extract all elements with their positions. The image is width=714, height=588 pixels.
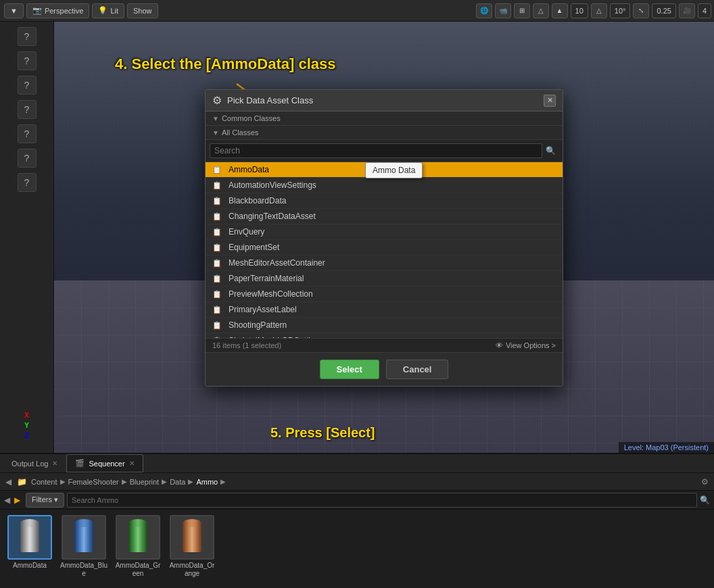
class-icon-0: 📋 xyxy=(212,166,223,174)
class-item-previewmeshcollection[interactable]: 📋 PreviewMeshCollection xyxy=(206,287,563,302)
class-item-shootingpattern[interactable]: 📋 ShootingPattern xyxy=(206,318,563,333)
filters-button[interactable]: Filters ▾ xyxy=(26,493,64,508)
breadcrumb-blueprint[interactable]: Blueprint xyxy=(130,478,159,486)
class-name-8: PreviewMeshCollection xyxy=(229,289,313,299)
asset-search-input[interactable] xyxy=(67,493,697,508)
class-item-changingtextdataasset[interactable]: 📋 ChangingTextDataAsset xyxy=(206,209,563,224)
asset-search-icon[interactable]: 🔍 xyxy=(700,495,710,505)
breadcrumb-content[interactable]: Content xyxy=(31,478,57,486)
dialog-actions: Select Cancel xyxy=(206,352,563,386)
breadcrumb-sep-3: ▶ xyxy=(162,478,167,485)
breadcrumb-ammo[interactable]: Ammo xyxy=(196,478,218,486)
sequencer-close-icon[interactable]: ✕ xyxy=(129,460,135,467)
sidebar-icon-1[interactable]: ? xyxy=(18,27,37,46)
dialog-close-button[interactable]: ✕ xyxy=(544,95,556,107)
sequencer-tab[interactable]: 🎬 Sequencer ✕ xyxy=(66,454,143,472)
scale-display: 0.25 xyxy=(652,3,675,18)
angle-icon-btn[interactable]: △ xyxy=(591,3,607,18)
view-options-icon: 👁 xyxy=(496,341,503,349)
select-button[interactable]: Select xyxy=(320,360,379,379)
toolbar-dropdown-btn[interactable]: ▼ xyxy=(4,3,24,18)
filter-forward-arrow: ▶ xyxy=(14,495,20,505)
asset-label-ammo-orange: AmmoData_Orange xyxy=(168,562,216,578)
cancel-button[interactable]: Cancel xyxy=(386,360,449,379)
sidebar-icon-6[interactable]: ? xyxy=(18,149,37,168)
class-item-mesheditorassetcontainer[interactable]: 📋 MeshEditorAssetContainer xyxy=(206,255,563,271)
class-item-blackboarddata[interactable]: 📋 BlackboardData xyxy=(206,193,563,209)
dialog-header: ⚙ Pick Data Asset Class ✕ xyxy=(206,90,563,112)
class-icon-3: 📋 xyxy=(212,212,223,221)
lit-btn[interactable]: 💡 Lit xyxy=(92,3,124,18)
sidebar-icon-7[interactable]: ? xyxy=(18,173,37,192)
asset-thumbnail-ammo-orange xyxy=(170,515,214,560)
breadcrumb-back-button[interactable]: ◀ xyxy=(5,477,11,487)
sidebar-icon-3[interactable]: ? xyxy=(18,76,37,95)
item-count-label: 16 items (1 selected) xyxy=(212,341,281,349)
perspective-icon: 📷 xyxy=(32,6,42,15)
class-icon-4: 📋 xyxy=(212,228,223,237)
search-icon-button[interactable]: 🔍 xyxy=(542,143,558,159)
camera-speed-icon-btn[interactable]: 🎥 xyxy=(679,3,695,18)
class-search-input[interactable] xyxy=(210,143,542,158)
class-name-4: EnvQuery xyxy=(229,227,264,237)
class-list[interactable]: 📋 AmmoData 📋 AutomationViewSettings 📋 Bl… xyxy=(206,162,563,338)
class-icon-2: 📋 xyxy=(212,197,223,205)
class-icon-5: 📋 xyxy=(212,243,223,252)
sidebar-icon-4[interactable]: ? xyxy=(18,100,37,119)
asset-item-ammo-green[interactable]: AmmoData_Green xyxy=(114,515,162,584)
asset-item-ammo-blue[interactable]: AmmoData_Blue xyxy=(60,515,108,584)
grid-icon-btn[interactable]: ⊞ xyxy=(514,3,530,18)
scale-icon-btn[interactable]: ⤡ xyxy=(633,3,649,18)
breadcrumb-settings-icon[interactable]: ⚙ xyxy=(701,477,709,487)
class-item-skeletalmeshlodsettings[interactable]: 📋 SkeletalMeshLODSettings xyxy=(206,333,563,338)
all-classes-header[interactable]: ▼ All Classes xyxy=(206,126,563,140)
class-item-equipmentset[interactable]: 📋 EquipmentSet xyxy=(206,240,563,255)
asset-thumbnail-ammo-data xyxy=(7,515,52,560)
breadcrumb-sep-4: ▶ xyxy=(188,478,193,485)
camera-icon-btn[interactable]: 📹 xyxy=(495,3,511,18)
output-log-tab[interactable]: Output Log ✕ xyxy=(3,454,66,472)
sidebar-icon-5[interactable]: ? xyxy=(18,124,37,143)
sidebar-icon-2[interactable]: ? xyxy=(18,51,37,70)
class-name-7: PaperTerrainMaterial xyxy=(229,274,304,283)
filter-back-arrow[interactable]: ◀ xyxy=(4,495,10,505)
breadcrumb-femaleshooter[interactable]: FemaleShooter xyxy=(68,478,119,486)
breadcrumb-end-arrow: ▶ xyxy=(220,478,226,485)
class-name-1: AutomationViewSettings xyxy=(229,180,316,190)
perspective-btn[interactable]: 📷 Perspective xyxy=(26,3,89,18)
dialog-title: Pick Data Asset Class xyxy=(227,95,538,105)
class-item-paperterrainmaterial[interactable]: 📋 PaperTerrainMaterial xyxy=(206,271,563,287)
ammo-data-tooltip: Ammo Data xyxy=(365,162,423,178)
asset-thumbnail-ammo-green xyxy=(116,515,160,560)
cylinder-icon-ammo-orange xyxy=(183,522,201,552)
pick-data-asset-dialog: ⚙ Pick Data Asset Class ✕ ▼ Common Class… xyxy=(205,89,563,387)
breadcrumb-sep-1: ▶ xyxy=(60,478,66,485)
class-icon-11: 📋 xyxy=(212,337,223,339)
asset-item-ammo-orange[interactable]: AmmoData_Orange xyxy=(168,515,216,584)
common-classes-header[interactable]: ▼ Common Classes xyxy=(206,112,563,126)
class-name-11: SkeletalMeshLODSettings xyxy=(229,336,323,338)
breadcrumb-data[interactable]: Data xyxy=(170,478,185,486)
output-log-close-icon[interactable]: ✕ xyxy=(52,460,57,467)
world-icon-btn[interactable]: 🌐 xyxy=(476,3,492,18)
class-name-6: MeshEditorAssetContainer xyxy=(229,258,325,268)
class-name-5: EquipmentSet xyxy=(229,243,279,252)
snap-icon-btn[interactable]: △ xyxy=(533,3,549,18)
class-item-envquery[interactable]: 📋 EnvQuery xyxy=(206,224,563,240)
toolbar-right-group: 🌐 📹 ⊞ △ ▲ 10 △ 10° ⤡ 0.25 🎥 4 xyxy=(476,3,711,18)
dropdown-arrow-icon: ▼ xyxy=(10,7,18,15)
asset-item-ammo-data[interactable]: AmmoData xyxy=(5,515,54,584)
class-icon-8: 📋 xyxy=(212,290,223,299)
triangle-icon-btn[interactable]: ▲ xyxy=(552,3,568,18)
class-name-3: ChangingTextDataAsset xyxy=(229,212,316,221)
asset-grid: AmmoData AmmoData_Blue AmmoData_Green Am… xyxy=(0,510,714,588)
show-btn[interactable]: Show xyxy=(127,3,158,18)
class-item-automationviewsettings[interactable]: 📋 AutomationViewSettings xyxy=(206,178,563,193)
class-icon-10: 📋 xyxy=(212,321,223,330)
filter-bar: ◀ ▶ Filters ▾ 🔍 xyxy=(0,491,714,510)
sequencer-icon: 🎬 xyxy=(75,459,85,468)
view-options-button[interactable]: 👁 View Options > xyxy=(496,341,556,349)
output-log-label: Output Log xyxy=(11,460,48,468)
class-item-primaryassetlabel[interactable]: 📋 PrimaryAssetLabel xyxy=(206,302,563,318)
asset-label-ammo-green: AmmoData_Green xyxy=(114,562,162,578)
